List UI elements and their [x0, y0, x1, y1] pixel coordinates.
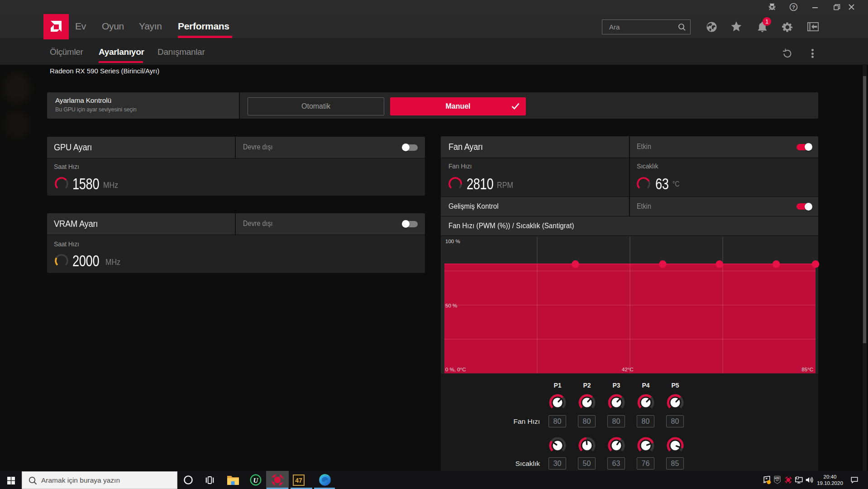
- svg-text:50 %: 50 %: [445, 303, 457, 308]
- svg-text:100 %: 100 %: [445, 239, 460, 244]
- svg-text:EPIC: EPIC: [775, 477, 780, 479]
- svg-text:0 %, 0°C: 0 %, 0°C: [445, 367, 466, 372]
- svg-text:47: 47: [295, 477, 302, 484]
- svg-text:42°C: 42°C: [622, 367, 634, 372]
- svg-text:?: ?: [792, 5, 795, 10]
- svg-text:85°C: 85°C: [801, 367, 813, 372]
- svg-text:U: U: [253, 477, 259, 484]
